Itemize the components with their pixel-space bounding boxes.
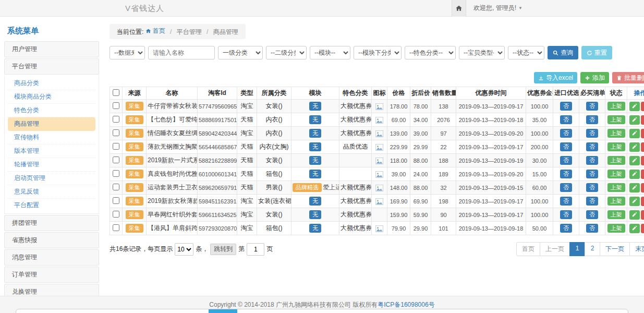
sidebar-item-order-mgmt[interactable]: 订单管理	[4, 267, 99, 283]
breadcrumb-home-link[interactable]: 首页	[145, 27, 165, 35]
must-buy-toggle[interactable]: 否	[586, 129, 598, 138]
import-select-toggle[interactable]: 否	[560, 142, 572, 151]
must-buy-toggle[interactable]: 否	[586, 142, 598, 151]
row-checkbox[interactable]	[113, 116, 119, 123]
import-select-toggle[interactable]: 否	[560, 115, 572, 124]
must-buy-toggle[interactable]: 否	[586, 183, 598, 192]
edit-button[interactable]	[629, 129, 640, 138]
status-badge[interactable]: 上架	[607, 142, 625, 151]
filter-module-subcategory[interactable]: --模块下分类--	[354, 46, 402, 59]
delete-button[interactable]	[641, 129, 644, 138]
sidebar-item-promo-material[interactable]: 宣传物料	[8, 131, 95, 145]
must-buy-toggle[interactable]: 否	[586, 102, 598, 111]
jump-button[interactable]: 跳转到	[210, 244, 236, 255]
page-next-button[interactable]: 下一页	[600, 242, 630, 256]
page-size-select[interactable]: 10	[175, 243, 193, 256]
delete-button[interactable]	[641, 197, 644, 206]
sidebar-item-product-mgmt[interactable]: 商品管理	[8, 117, 95, 131]
status-badge[interactable]: 上架	[607, 156, 625, 165]
row-checkbox[interactable]	[113, 184, 119, 190]
row-checkbox[interactable]	[113, 197, 119, 204]
page-number-input[interactable]	[247, 243, 264, 256]
status-badge[interactable]: 上架	[607, 170, 625, 178]
import-select-toggle[interactable]: 否	[560, 224, 572, 233]
page-2-button[interactable]: 2	[585, 242, 600, 256]
add-button[interactable]: 添加	[580, 72, 609, 83]
status-badge[interactable]: 上架	[607, 197, 625, 206]
status-badge[interactable]: 上架	[607, 210, 625, 219]
status-badge[interactable]: 上架	[607, 183, 625, 192]
page-1-button[interactable]: 1	[569, 242, 585, 256]
sidebar-item-version-mgmt[interactable]: 版本管理	[8, 145, 95, 158]
delete-button[interactable]	[641, 224, 644, 233]
delete-button[interactable]	[641, 115, 644, 125]
import-select-toggle[interactable]: 否	[560, 210, 572, 219]
delete-button[interactable]	[641, 142, 644, 152]
delete-button[interactable]	[641, 170, 644, 179]
sidebar-item-message-mgmt[interactable]: 消息管理	[4, 249, 99, 266]
filter-data-source[interactable]: --数据来源--	[110, 46, 145, 59]
import-select-toggle[interactable]: 否	[560, 129, 572, 138]
filter-item-type[interactable]: --宝贝类型--	[459, 46, 505, 59]
user-menu[interactable]: 欢迎您, 管理员! ▼	[466, 4, 523, 13]
select-all-checkbox[interactable]	[113, 89, 119, 96]
sidebar-item-carousel-mgmt[interactable]: 轮播管理	[8, 158, 95, 172]
status-badge[interactable]: 上架	[607, 115, 625, 124]
import-excel-button[interactable]: 导入excel	[534, 72, 577, 83]
status-badge[interactable]: 上架	[607, 224, 625, 233]
must-buy-toggle[interactable]: 否	[586, 170, 598, 178]
page-first-button[interactable]: 首页	[516, 242, 540, 256]
page-prev-button[interactable]: 上一页	[540, 242, 570, 256]
row-checkbox[interactable]	[113, 129, 119, 136]
sidebar-item-user-mgmt[interactable]: 用户管理	[4, 41, 99, 57]
row-checkbox[interactable]	[113, 102, 119, 109]
row-checkbox[interactable]	[113, 224, 119, 231]
edit-button[interactable]	[629, 224, 640, 233]
sidebar-item-splash-mgmt[interactable]: 启动页管理	[8, 172, 95, 185]
reset-button[interactable]: 重置	[581, 46, 612, 59]
filter-status[interactable]: --状态--	[508, 46, 544, 59]
must-buy-toggle[interactable]: 否	[586, 210, 598, 219]
filter-name-input[interactable]	[148, 46, 215, 59]
edit-button[interactable]	[629, 170, 640, 179]
status-badge[interactable]: 上架	[607, 102, 625, 111]
sidebar-item-savings-express[interactable]: 省惠快报	[4, 232, 99, 248]
edit-button[interactable]	[629, 115, 640, 125]
import-select-toggle[interactable]: 否	[560, 170, 572, 178]
sidebar-item-group-buy-mgmt[interactable]: 拼团管理	[4, 215, 99, 231]
edit-button[interactable]	[629, 197, 640, 206]
row-checkbox[interactable]	[113, 156, 119, 163]
sidebar-item-platform-mgmt[interactable]: 平台管理	[4, 58, 99, 75]
import-select-toggle[interactable]: 否	[560, 156, 572, 165]
sidebar-item-module-product-category[interactable]: 模块商品分类	[8, 90, 95, 104]
delete-button[interactable]	[641, 183, 644, 192]
filter-feature-category[interactable]: --特色分类--	[405, 46, 456, 59]
filter-level1-category[interactable]: 一级分类	[218, 46, 263, 59]
must-buy-toggle[interactable]: 否	[586, 156, 598, 165]
filter-module[interactable]: --模块--	[310, 46, 350, 59]
search-button[interactable]: 查询	[548, 46, 578, 59]
sidebar-item-feature-category[interactable]: 特色分类	[8, 104, 95, 117]
sidebar-item-platform-config[interactable]: 平台配置	[8, 199, 95, 212]
import-select-toggle[interactable]: 否	[560, 102, 572, 111]
page-last-button[interactable]: 末页	[629, 242, 644, 256]
edit-button[interactable]	[629, 183, 640, 192]
must-buy-toggle[interactable]: 否	[586, 197, 598, 206]
delete-button[interactable]	[641, 210, 644, 220]
delete-button[interactable]	[641, 156, 644, 165]
home-button[interactable]	[452, 0, 466, 17]
row-checkbox[interactable]	[113, 143, 119, 150]
sidebar-item-product-category[interactable]: 商品分类	[8, 77, 95, 90]
edit-button[interactable]	[629, 210, 640, 220]
filter-level2-category[interactable]: --二级分类--	[266, 46, 307, 59]
import-select-toggle[interactable]: 否	[560, 183, 572, 192]
edit-button[interactable]	[629, 142, 640, 152]
must-buy-toggle[interactable]: 否	[586, 224, 598, 233]
edit-button[interactable]	[629, 102, 640, 111]
delete-button[interactable]	[641, 102, 644, 111]
bulk-delete-button[interactable]: 批量删除	[612, 72, 644, 83]
row-checkbox[interactable]	[113, 211, 119, 218]
sidebar-item-feedback[interactable]: 意见反馈	[8, 185, 95, 199]
edit-button[interactable]	[629, 156, 640, 165]
row-checkbox[interactable]	[113, 170, 119, 177]
